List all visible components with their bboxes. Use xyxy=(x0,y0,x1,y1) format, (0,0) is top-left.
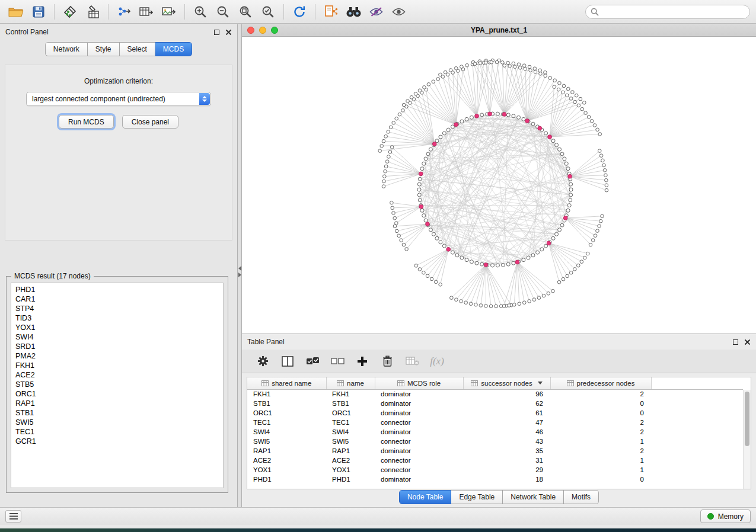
table-row[interactable]: FKH1FKH1dominator962 xyxy=(247,389,743,399)
network-graph-svg[interactable] xyxy=(242,37,756,334)
mcds-result-item[interactable]: SWI4 xyxy=(15,332,219,342)
collapse-right-icon[interactable] xyxy=(238,273,241,277)
table-row[interactable]: YOX1YOX1connector291 xyxy=(247,465,743,475)
table-row[interactable]: SWI5SWI5connector431 xyxy=(247,437,743,446)
tab-style[interactable]: Style xyxy=(88,42,120,56)
minimize-traffic-icon[interactable] xyxy=(259,27,266,34)
column-header-name[interactable]: name xyxy=(326,377,375,389)
mcds-result-item[interactable]: TEC1 xyxy=(15,427,219,437)
mcds-result-item[interactable]: ORC1 xyxy=(15,389,219,399)
dominator-node[interactable] xyxy=(538,126,542,130)
search-field[interactable] xyxy=(585,5,750,19)
delete-table-button[interactable] xyxy=(403,353,421,370)
memory-button[interactable]: Memory xyxy=(700,509,751,523)
refresh-layout-button[interactable] xyxy=(289,3,310,21)
dominator-node[interactable] xyxy=(484,263,488,267)
tab-network-table[interactable]: Network Table xyxy=(503,490,564,504)
dominator-node[interactable] xyxy=(488,112,492,116)
save-session-button[interactable] xyxy=(28,3,49,21)
table-row[interactable]: SWI4SWI4dominator462 xyxy=(247,427,743,437)
run-mcds-button[interactable]: Run MCDS xyxy=(59,115,114,129)
mcds-result-item[interactable]: RAP1 xyxy=(15,399,219,408)
select-all-rows-button[interactable] xyxy=(304,353,321,370)
scrollbar-thumb[interactable] xyxy=(745,392,749,446)
float-window-icon[interactable] xyxy=(214,30,219,35)
column-header-predecessor-nodes[interactable]: predecessor nodes xyxy=(550,377,651,389)
hide-selected-button[interactable] xyxy=(366,3,386,21)
mcds-result-item[interactable]: ACE2 xyxy=(15,370,219,380)
mcds-result-item[interactable]: SRD1 xyxy=(15,342,219,351)
open-file-button[interactable] xyxy=(6,3,26,21)
dominator-node[interactable] xyxy=(475,114,479,118)
export-network-button[interactable] xyxy=(114,3,134,21)
dominator-node[interactable] xyxy=(515,260,519,264)
search-input[interactable] xyxy=(602,8,745,16)
table-row[interactable]: PHD1PHD1dominator180 xyxy=(247,475,743,484)
show-columns-button[interactable] xyxy=(279,353,296,370)
mcds-result-item[interactable]: CAR1 xyxy=(15,294,219,304)
first-neighbors-button[interactable] xyxy=(343,3,363,21)
tab-edge-table[interactable]: Edge Table xyxy=(451,490,503,504)
table-row[interactable]: ACE2ACE2connector311 xyxy=(247,456,743,465)
deselect-all-rows-button[interactable] xyxy=(328,353,346,370)
mcds-result-item[interactable]: PMA2 xyxy=(15,351,219,361)
splitter-collapse-arrows[interactable] xyxy=(238,266,241,277)
mcds-result-item[interactable]: SWI5 xyxy=(15,418,219,427)
optimization-criterion-select[interactable]: largest connected component (undirected) xyxy=(26,92,211,106)
close-icon[interactable] xyxy=(225,29,232,36)
tab-motifs[interactable]: Motifs xyxy=(564,490,599,504)
dominator-node[interactable] xyxy=(525,119,529,123)
dominator-node[interactable] xyxy=(548,135,552,139)
vertical-splitter[interactable] xyxy=(237,24,242,507)
copy-network-button[interactable] xyxy=(321,3,341,21)
dominator-node[interactable] xyxy=(419,204,423,209)
table-settings-button[interactable] xyxy=(254,353,272,370)
table-row[interactable]: RAP1RAP1dominator352 xyxy=(247,446,743,456)
column-header-successor-nodes[interactable]: successor nodes xyxy=(463,377,550,389)
dominator-node[interactable] xyxy=(446,247,451,251)
close-traffic-icon[interactable] xyxy=(247,27,254,34)
mcds-result-item[interactable]: FKH1 xyxy=(15,361,219,370)
collapse-left-icon[interactable] xyxy=(238,266,241,271)
dominator-node[interactable] xyxy=(547,241,551,245)
mcds-result-item[interactable]: TID3 xyxy=(15,313,219,323)
table-row[interactable]: STB1STB1dominator620 xyxy=(247,399,743,408)
mcds-result-item[interactable]: PHD1 xyxy=(15,285,219,294)
tab-mcds[interactable]: MCDS xyxy=(155,42,192,56)
close-icon[interactable] xyxy=(744,339,751,345)
float-window-icon[interactable] xyxy=(733,339,738,345)
column-header-shared-name[interactable]: shared name xyxy=(247,377,326,389)
zoom-selected-button[interactable] xyxy=(258,3,278,21)
dominator-node[interactable] xyxy=(454,123,458,127)
mcds-result-item[interactable]: STB1 xyxy=(15,408,219,418)
tab-network[interactable]: Network xyxy=(45,42,88,56)
dominator-node[interactable] xyxy=(502,113,506,117)
tab-node-table[interactable]: Node Table xyxy=(399,490,452,504)
show-panels-button[interactable] xyxy=(5,510,21,523)
dominator-node[interactable] xyxy=(568,174,572,178)
dominator-node[interactable] xyxy=(426,222,430,226)
network-window-titlebar[interactable]: YPA_prune.txt_1 xyxy=(242,24,756,37)
mcds-result-list[interactable]: PHD1CAR1STP4TID3YOX1SWI4SRD1PMA2FKH1ACE2… xyxy=(11,283,224,488)
zoom-out-button[interactable] xyxy=(213,3,233,21)
zoom-fit-button[interactable] xyxy=(235,3,256,21)
column-header-mcds-role[interactable]: MCDS role xyxy=(375,377,463,389)
dominator-node[interactable] xyxy=(563,216,567,220)
dominator-node[interactable] xyxy=(432,142,436,146)
import-file-button[interactable] xyxy=(60,3,80,21)
mcds-result-item[interactable]: YOX1 xyxy=(15,323,219,332)
zoom-traffic-icon[interactable] xyxy=(271,27,278,34)
import-table-button[interactable] xyxy=(82,3,103,21)
mcds-result-item[interactable]: GCR1 xyxy=(15,437,219,446)
function-builder-button[interactable]: f(x) xyxy=(428,353,446,370)
zoom-in-button[interactable] xyxy=(190,3,210,21)
export-table-button[interactable] xyxy=(136,3,157,21)
table-vertical-scrollbar[interactable] xyxy=(743,390,751,489)
mcds-result-item[interactable]: STP4 xyxy=(15,304,219,313)
network-canvas[interactable] xyxy=(242,37,756,334)
delete-columns-button[interactable] xyxy=(378,353,396,370)
dominator-node[interactable] xyxy=(419,172,423,176)
tab-select[interactable]: Select xyxy=(120,42,155,56)
create-column-button[interactable] xyxy=(353,353,371,370)
table-row[interactable]: ORC1ORC1dominator610 xyxy=(247,408,743,418)
